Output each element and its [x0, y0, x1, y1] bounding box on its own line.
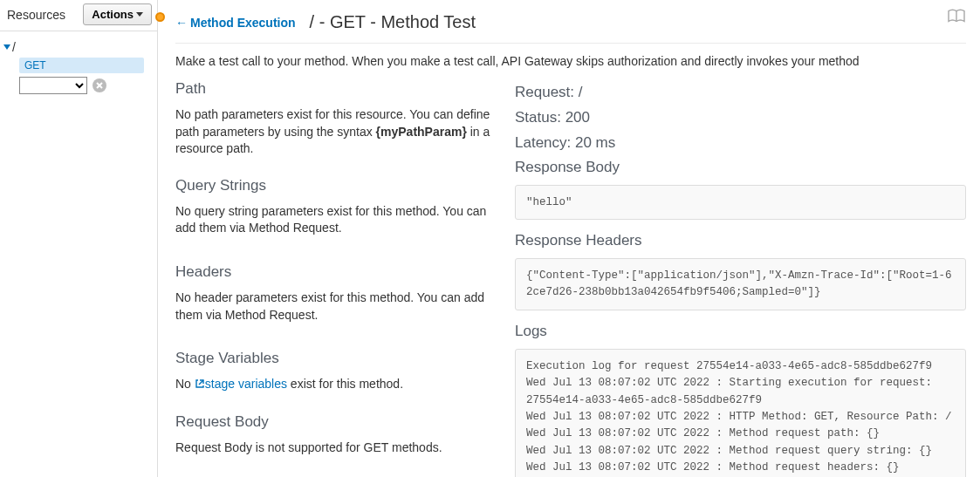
main-content: ← Method Execution / - GET - Method Test…	[158, 0, 980, 477]
sidebar-title: Resources	[7, 8, 65, 22]
path-text: No path parameters exist for this resour…	[175, 106, 494, 158]
request-body-heading: Request Body	[175, 413, 494, 431]
response-body-box: "hello"	[515, 185, 966, 221]
stage-variables-link[interactable]: stage variables	[205, 377, 287, 391]
tree-root[interactable]: /	[3, 38, 155, 58]
stage-prefix: No	[175, 377, 195, 391]
external-link-icon	[195, 377, 205, 394]
response-body-heading: Response Body	[515, 159, 966, 176]
remove-icon[interactable]	[93, 78, 106, 92]
path-param-sample: {myPathParam}	[376, 125, 467, 139]
request-body-text: Request Body is not supported for GET me…	[175, 440, 494, 457]
actions-button-label: Actions	[92, 8, 134, 21]
back-link[interactable]: ← Method Execution	[175, 16, 296, 30]
tree-controls	[19, 77, 155, 94]
tree-root-label: /	[12, 40, 16, 54]
book-icon[interactable]	[947, 9, 966, 27]
stage-suffix: exist for this method.	[287, 377, 403, 391]
right-column: Request: / Status: 200 Latency: 20 ms Re…	[515, 80, 966, 477]
caret-down-icon	[136, 12, 143, 17]
path-heading: Path	[175, 80, 494, 98]
description: Make a test call to your method. When yo…	[175, 54, 966, 68]
sidebar: Resources Actions / GET	[0, 0, 158, 477]
actions-button[interactable]: Actions	[83, 3, 152, 25]
tree-method-get[interactable]: GET	[19, 58, 144, 73]
latency-line: Latency: 20 ms	[515, 131, 966, 154]
query-strings-heading: Query Strings	[175, 177, 494, 194]
logs-heading: Logs	[515, 323, 966, 340]
response-headers-box: {"Content-Type":["application/json"],"X-…	[515, 258, 966, 310]
logs-box: Execution log for request 27554e14-a033-…	[515, 349, 966, 477]
method-select[interactable]	[19, 77, 87, 94]
resource-tree: / GET	[0, 31, 157, 101]
back-link-label: Method Execution	[190, 16, 296, 30]
sidebar-header: Resources Actions	[0, 0, 157, 31]
arrow-left-icon: ←	[175, 16, 188, 30]
left-column: Path No path parameters exist for this r…	[175, 80, 494, 477]
page-title: / - GET - Method Test	[310, 12, 476, 32]
caret-down-icon	[3, 44, 10, 50]
query-strings-text: No query string parameters exist for thi…	[175, 203, 494, 237]
page-header: ← Method Execution / - GET - Method Test	[175, 12, 966, 44]
headers-text: No header parameters exist for this meth…	[175, 290, 494, 324]
stage-variables-heading: Stage Variables	[175, 350, 494, 367]
stage-variables-text: No stage variables exist for this method…	[175, 376, 494, 394]
response-headers-heading: Response Headers	[515, 232, 966, 249]
headers-heading: Headers	[175, 263, 494, 281]
status-line: Status: 200	[515, 106, 966, 129]
request-line: Request: /	[515, 80, 966, 104]
